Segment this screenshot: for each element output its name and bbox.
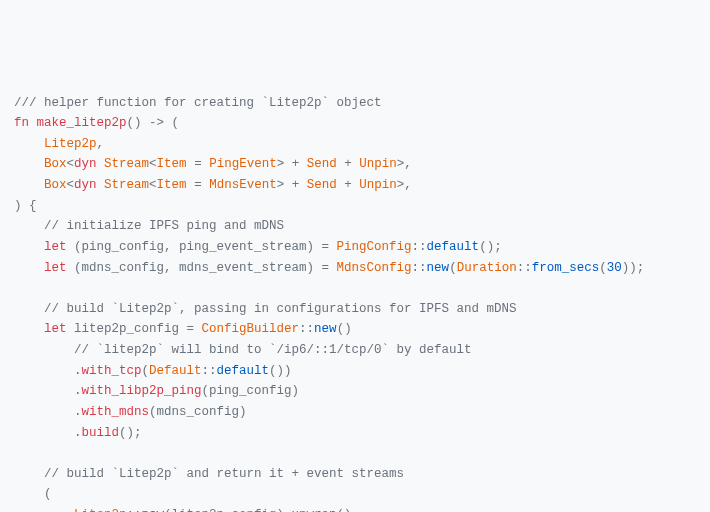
t: ::: [412, 240, 427, 254]
t: <: [67, 157, 75, 171]
fn-name: make_litep2p: [37, 116, 127, 130]
t: ::: [517, 261, 532, 275]
type: Default: [149, 364, 202, 378]
t: >,: [397, 157, 412, 171]
method: new: [427, 261, 450, 275]
comment: // `litep2p` will bind to `/ip6/::1/tcp/…: [14, 343, 472, 357]
kw-let: let: [44, 240, 67, 254]
type: PingConfig: [337, 240, 412, 254]
t: .: [74, 426, 82, 440]
t: [97, 178, 105, 192]
t: (: [14, 487, 52, 501]
comment: // build `Litep2p` and return it + event…: [14, 467, 404, 481]
kw-let: let: [44, 261, 67, 275]
t: =: [187, 178, 210, 192]
t: ();: [479, 240, 502, 254]
type: Stream: [104, 178, 149, 192]
number: 30: [607, 261, 622, 275]
t: > +: [277, 178, 307, 192]
type: Duration: [457, 261, 517, 275]
method: unwrap: [292, 508, 337, 512]
t: ::: [127, 508, 142, 512]
type: ConfigBuilder: [202, 322, 300, 336]
t: > +: [277, 157, 307, 171]
t: ,: [97, 137, 105, 151]
t: ) {: [14, 199, 37, 213]
t: ::: [202, 364, 217, 378]
t: (: [449, 261, 457, 275]
t: >,: [397, 178, 412, 192]
t: .: [74, 364, 82, 378]
t: (litep2p_config).: [164, 508, 292, 512]
type: MdnsEvent: [209, 178, 277, 192]
kw: dyn: [74, 178, 97, 192]
method: with_tcp: [82, 364, 142, 378]
type: Unpin: [359, 157, 397, 171]
type: MdnsConfig: [337, 261, 412, 275]
method: default: [427, 240, 480, 254]
method: new: [314, 322, 337, 336]
t: ();: [119, 426, 142, 440]
t: () -> (: [127, 116, 180, 130]
type: Item: [157, 157, 187, 171]
method: with_libp2p_ping: [82, 384, 202, 398]
t: .: [74, 384, 82, 398]
comment: // initialize IPFS ping and mDNS: [14, 219, 284, 233]
t: =: [187, 157, 210, 171]
comment: /// helper function for creating `Litep2…: [14, 96, 382, 110]
t: ));: [622, 261, 645, 275]
kw: dyn: [74, 157, 97, 171]
type: PingEvent: [209, 157, 277, 171]
type: Send: [307, 157, 337, 171]
t: (mdns_config): [149, 405, 247, 419]
method: from_secs: [532, 261, 600, 275]
type: Stream: [104, 157, 149, 171]
method: new: [142, 508, 165, 512]
method: default: [217, 364, 270, 378]
t: (ping_config, ping_event_stream) =: [67, 240, 337, 254]
t: (ping_config): [202, 384, 300, 398]
type: Box: [44, 178, 67, 192]
t: (mdns_config, mdns_event_stream) =: [67, 261, 337, 275]
t: ::: [299, 322, 314, 336]
t: [97, 157, 105, 171]
type: Box: [44, 157, 67, 171]
t: <: [149, 178, 157, 192]
t: ::: [412, 261, 427, 275]
t: .: [74, 405, 82, 419]
code-block: /// helper function for creating `Litep2…: [14, 96, 644, 513]
t: <: [67, 178, 75, 192]
t: (: [599, 261, 607, 275]
type: Item: [157, 178, 187, 192]
t: ()): [269, 364, 292, 378]
t: <: [149, 157, 157, 171]
t: +: [337, 157, 360, 171]
t: (: [142, 364, 150, 378]
method: build: [82, 426, 120, 440]
kw-fn: fn: [14, 116, 29, 130]
kw-let: let: [44, 322, 67, 336]
type: Unpin: [359, 178, 397, 192]
method: with_mdns: [82, 405, 150, 419]
t: (): [337, 322, 352, 336]
comment: // build `Litep2p`, passing in configura…: [14, 302, 517, 316]
type: Litep2p: [44, 137, 97, 151]
t: litep2p_config =: [67, 322, 202, 336]
type: Litep2p: [74, 508, 127, 512]
t: +: [337, 178, 360, 192]
type: Send: [307, 178, 337, 192]
t: (),: [337, 508, 360, 512]
